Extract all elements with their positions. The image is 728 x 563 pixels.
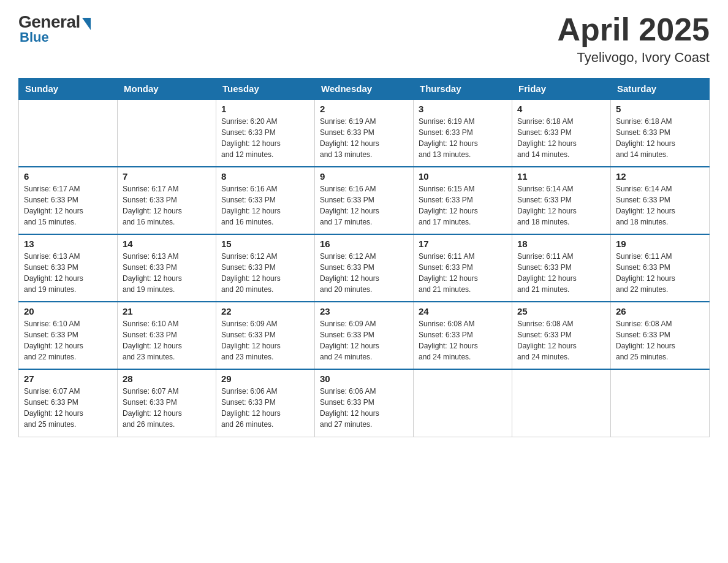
table-row: 1Sunrise: 6:20 AMSunset: 6:33 PMDaylight… bbox=[216, 99, 315, 167]
day-number: 1 bbox=[221, 104, 309, 114]
day-info: Sunrise: 6:10 AMSunset: 6:33 PMDaylight:… bbox=[24, 318, 112, 362]
day-info: Sunrise: 6:10 AMSunset: 6:33 PMDaylight:… bbox=[123, 318, 211, 362]
col-monday: Monday bbox=[118, 79, 216, 100]
day-number: 17 bbox=[419, 239, 507, 249]
day-info: Sunrise: 6:17 AMSunset: 6:33 PMDaylight:… bbox=[123, 183, 211, 228]
table-row: 6Sunrise: 6:17 AMSunset: 6:33 PMDaylight… bbox=[19, 167, 118, 234]
day-info: Sunrise: 6:12 AMSunset: 6:33 PMDaylight:… bbox=[221, 251, 309, 295]
day-number: 23 bbox=[320, 306, 408, 316]
table-row: 28Sunrise: 6:07 AMSunset: 6:33 PMDayligh… bbox=[118, 369, 216, 437]
col-wednesday: Wednesday bbox=[315, 79, 414, 100]
table-row: 21Sunrise: 6:10 AMSunset: 6:33 PMDayligh… bbox=[118, 302, 216, 369]
table-row: 29Sunrise: 6:06 AMSunset: 6:33 PMDayligh… bbox=[216, 369, 315, 437]
day-number: 9 bbox=[320, 171, 408, 182]
day-info: Sunrise: 6:09 AMSunset: 6:33 PMDaylight:… bbox=[320, 318, 408, 362]
calendar-table: Sunday Monday Tuesday Wednesday Thursday… bbox=[18, 78, 710, 437]
table-row: 9Sunrise: 6:16 AMSunset: 6:33 PMDaylight… bbox=[315, 167, 414, 234]
table-row: 18Sunrise: 6:11 AMSunset: 6:33 PMDayligh… bbox=[512, 234, 611, 302]
table-row: 8Sunrise: 6:16 AMSunset: 6:33 PMDaylight… bbox=[216, 167, 315, 234]
day-number: 6 bbox=[24, 171, 112, 182]
day-number: 10 bbox=[419, 171, 507, 182]
day-info: Sunrise: 6:20 AMSunset: 6:33 PMDaylight:… bbox=[221, 116, 309, 160]
table-row: 25Sunrise: 6:08 AMSunset: 6:33 PMDayligh… bbox=[512, 302, 611, 369]
day-number: 14 bbox=[123, 239, 211, 249]
table-row: 20Sunrise: 6:10 AMSunset: 6:33 PMDayligh… bbox=[19, 302, 118, 369]
table-row: 11Sunrise: 6:14 AMSunset: 6:33 PMDayligh… bbox=[512, 167, 611, 234]
day-info: Sunrise: 6:11 AMSunset: 6:33 PMDaylight:… bbox=[419, 251, 507, 295]
table-row: 26Sunrise: 6:08 AMSunset: 6:33 PMDayligh… bbox=[611, 302, 710, 369]
calendar-header-row: Sunday Monday Tuesday Wednesday Thursday… bbox=[19, 79, 710, 100]
day-number: 20 bbox=[24, 306, 112, 316]
day-info: Sunrise: 6:16 AMSunset: 6:33 PMDaylight:… bbox=[320, 183, 408, 228]
table-row: 24Sunrise: 6:08 AMSunset: 6:33 PMDayligh… bbox=[414, 302, 512, 369]
col-thursday: Thursday bbox=[414, 79, 512, 100]
day-info: Sunrise: 6:18 AMSunset: 6:33 PMDaylight:… bbox=[517, 116, 605, 160]
day-info: Sunrise: 6:14 AMSunset: 6:33 PMDaylight:… bbox=[616, 183, 704, 228]
table-row: 3Sunrise: 6:19 AMSunset: 6:33 PMDaylight… bbox=[414, 99, 512, 167]
day-number: 5 bbox=[616, 104, 704, 114]
day-info: Sunrise: 6:19 AMSunset: 6:33 PMDaylight:… bbox=[419, 116, 507, 160]
day-info: Sunrise: 6:17 AMSunset: 6:33 PMDaylight:… bbox=[24, 183, 112, 228]
day-number: 4 bbox=[517, 104, 605, 114]
day-number: 30 bbox=[320, 373, 408, 384]
day-number: 25 bbox=[517, 306, 605, 316]
table-row: 5Sunrise: 6:18 AMSunset: 6:33 PMDaylight… bbox=[611, 99, 710, 167]
day-info: Sunrise: 6:12 AMSunset: 6:33 PMDaylight:… bbox=[320, 251, 408, 295]
table-row: 2Sunrise: 6:19 AMSunset: 6:33 PMDaylight… bbox=[315, 99, 414, 167]
page-header: General Blue April 2025 Tyelivogo, Ivory… bbox=[18, 12, 710, 66]
day-info: Sunrise: 6:19 AMSunset: 6:33 PMDaylight:… bbox=[320, 116, 408, 160]
col-tuesday: Tuesday bbox=[216, 79, 315, 100]
calendar-title: April 2025 bbox=[557, 12, 710, 47]
day-number: 7 bbox=[123, 171, 211, 182]
day-info: Sunrise: 6:13 AMSunset: 6:33 PMDaylight:… bbox=[123, 251, 211, 295]
day-info: Sunrise: 6:08 AMSunset: 6:33 PMDaylight:… bbox=[616, 318, 704, 362]
table-row bbox=[611, 369, 710, 437]
day-info: Sunrise: 6:11 AMSunset: 6:33 PMDaylight:… bbox=[616, 251, 704, 295]
day-number: 24 bbox=[419, 306, 507, 316]
day-info: Sunrise: 6:08 AMSunset: 6:33 PMDaylight:… bbox=[517, 318, 605, 362]
logo: General Blue bbox=[18, 12, 91, 45]
table-row bbox=[19, 99, 118, 167]
day-number: 12 bbox=[616, 171, 704, 182]
day-info: Sunrise: 6:18 AMSunset: 6:33 PMDaylight:… bbox=[616, 116, 704, 160]
table-row: 27Sunrise: 6:07 AMSunset: 6:33 PMDayligh… bbox=[19, 369, 118, 437]
day-number: 26 bbox=[616, 306, 704, 316]
table-row bbox=[118, 99, 216, 167]
day-info: Sunrise: 6:15 AMSunset: 6:33 PMDaylight:… bbox=[419, 183, 507, 228]
day-number: 8 bbox=[221, 171, 309, 182]
day-number: 18 bbox=[517, 239, 605, 249]
day-info: Sunrise: 6:14 AMSunset: 6:33 PMDaylight:… bbox=[517, 183, 605, 228]
day-number: 15 bbox=[221, 239, 309, 249]
day-number: 3 bbox=[419, 104, 507, 114]
day-info: Sunrise: 6:06 AMSunset: 6:33 PMDaylight:… bbox=[221, 386, 309, 430]
col-sunday: Sunday bbox=[19, 79, 118, 100]
table-row bbox=[414, 369, 512, 437]
day-number: 27 bbox=[24, 373, 112, 384]
day-number: 19 bbox=[616, 239, 704, 249]
table-row: 23Sunrise: 6:09 AMSunset: 6:33 PMDayligh… bbox=[315, 302, 414, 369]
logo-triangle-icon bbox=[82, 18, 91, 30]
day-number: 2 bbox=[320, 104, 408, 114]
day-info: Sunrise: 6:13 AMSunset: 6:33 PMDaylight:… bbox=[24, 251, 112, 295]
col-saturday: Saturday bbox=[611, 79, 710, 100]
calendar-week-row: 20Sunrise: 6:10 AMSunset: 6:33 PMDayligh… bbox=[19, 302, 710, 369]
day-info: Sunrise: 6:07 AMSunset: 6:33 PMDaylight:… bbox=[123, 386, 211, 430]
table-row: 17Sunrise: 6:11 AMSunset: 6:33 PMDayligh… bbox=[414, 234, 512, 302]
calendar-week-row: 6Sunrise: 6:17 AMSunset: 6:33 PMDaylight… bbox=[19, 167, 710, 234]
table-row: 13Sunrise: 6:13 AMSunset: 6:33 PMDayligh… bbox=[19, 234, 118, 302]
day-number: 22 bbox=[221, 306, 309, 316]
table-row: 22Sunrise: 6:09 AMSunset: 6:33 PMDayligh… bbox=[216, 302, 315, 369]
day-info: Sunrise: 6:08 AMSunset: 6:33 PMDaylight:… bbox=[419, 318, 507, 362]
day-info: Sunrise: 6:11 AMSunset: 6:33 PMDaylight:… bbox=[517, 251, 605, 295]
table-row: 19Sunrise: 6:11 AMSunset: 6:33 PMDayligh… bbox=[611, 234, 710, 302]
table-row: 15Sunrise: 6:12 AMSunset: 6:33 PMDayligh… bbox=[216, 234, 315, 302]
table-row: 30Sunrise: 6:06 AMSunset: 6:33 PMDayligh… bbox=[315, 369, 414, 437]
day-number: 21 bbox=[123, 306, 211, 316]
day-info: Sunrise: 6:06 AMSunset: 6:33 PMDaylight:… bbox=[320, 386, 408, 430]
day-number: 16 bbox=[320, 239, 408, 249]
calendar-week-row: 13Sunrise: 6:13 AMSunset: 6:33 PMDayligh… bbox=[19, 234, 710, 302]
calendar-week-row: 1Sunrise: 6:20 AMSunset: 6:33 PMDaylight… bbox=[19, 99, 710, 167]
table-row bbox=[512, 369, 611, 437]
day-number: 28 bbox=[123, 373, 211, 384]
logo-blue-text: Blue bbox=[20, 29, 49, 45]
